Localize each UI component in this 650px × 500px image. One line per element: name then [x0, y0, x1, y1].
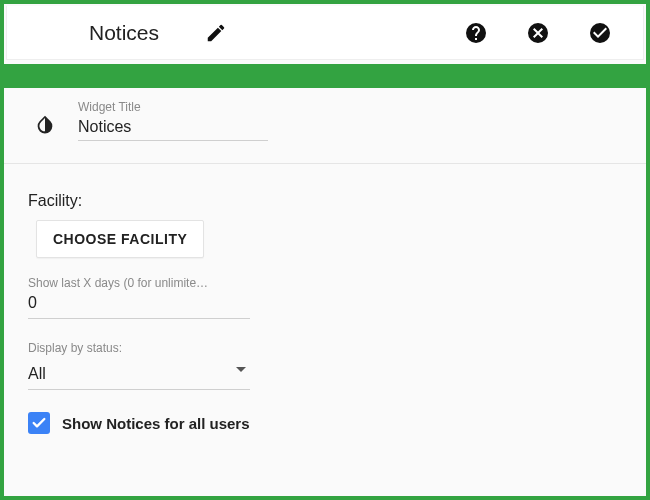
cancel-icon[interactable]	[525, 20, 551, 46]
widget-config-panel: Notices Widget Title Facility:	[0, 0, 650, 500]
help-icon[interactable]	[463, 20, 489, 46]
days-input[interactable]	[28, 290, 250, 319]
status-select[interactable]: All	[28, 361, 250, 390]
status-select-value: All	[28, 361, 250, 390]
accent-bar	[4, 64, 646, 88]
divider	[4, 163, 646, 164]
facility-label: Facility:	[28, 192, 622, 210]
show-all-users-checkbox[interactable]	[28, 412, 50, 434]
form-content: Widget Title Facility: CHOOSE FACILITY S…	[4, 88, 646, 434]
days-label: Show last X days (0 for unlimite…	[28, 276, 238, 290]
status-label: Display by status:	[28, 341, 622, 355]
invert-colors-icon[interactable]	[34, 113, 56, 135]
choose-facility-button[interactable]: CHOOSE FACILITY	[36, 220, 204, 258]
check-icon	[31, 415, 47, 431]
edit-icon[interactable]	[203, 20, 229, 46]
widget-title-input[interactable]	[78, 114, 268, 141]
show-all-users-label: Show Notices for all users	[62, 415, 250, 432]
confirm-icon[interactable]	[587, 20, 613, 46]
toolbar: Notices	[6, 6, 644, 60]
chevron-down-icon	[236, 367, 246, 372]
toolbar-title: Notices	[19, 21, 159, 45]
widget-title-label: Widget Title	[78, 100, 268, 114]
